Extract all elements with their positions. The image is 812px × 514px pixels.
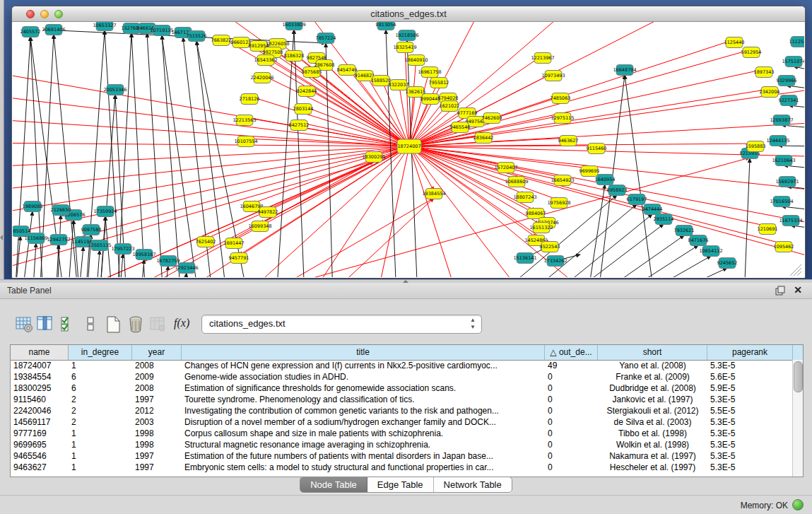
graph-node[interactable]: 17359924 — [93, 206, 117, 217]
table-row[interactable]: 911546021997Tourette syndrome. Phenomeno… — [11, 394, 793, 405]
graph-node[interactable]: 8958923 — [607, 185, 628, 196]
graph-node[interactable]: 1989088 — [23, 201, 43, 212]
table-row[interactable]: 969969511998Structural magnetic resonanc… — [11, 439, 793, 450]
graph-node[interactable]: 8427512 — [289, 120, 310, 131]
table-scrollbar[interactable] — [792, 360, 803, 477]
graph-node[interactable]: 19384554 — [422, 189, 445, 199]
window-titlebar[interactable]: citations_edges.txt — [12, 6, 805, 22]
graph-node[interactable]: 16210643 — [772, 156, 795, 166]
graph-node[interactable]: 7462609 — [482, 113, 502, 124]
graph-node[interactable]: 9465546 — [450, 122, 471, 133]
graph-node[interactable]: 15751074 — [782, 57, 804, 67]
graph-node[interactable]: 19756928 — [547, 198, 570, 209]
graph-node[interactable]: 16099348 — [248, 221, 271, 232]
table-row[interactable]: 977716911998Corpus callosum shape and si… — [11, 428, 793, 439]
scrollbar-thumb[interactable] — [794, 361, 803, 392]
graph-node[interactable]: 12923446 — [175, 263, 198, 274]
graph-node[interactable]: 18724007 — [397, 139, 421, 153]
graph-node[interactable]: 12093877 — [770, 115, 793, 126]
graph-node[interactable]: 7932621 — [674, 226, 695, 236]
table-row[interactable]: 946554611997Estimation of the future num… — [11, 450, 793, 462]
close-panel-icon[interactable]: ✕ — [794, 284, 802, 296]
graph-node[interactable]: 8471676 — [688, 235, 709, 246]
column-header-4[interactable]: △ out_de... — [545, 345, 598, 360]
graph-node[interactable]: 9329966 — [777, 76, 797, 86]
graph-node[interactable]: 4522543 — [540, 242, 560, 252]
graph-node[interactable]: 9115460 — [587, 144, 607, 154]
graph-node[interactable]: 10973493 — [541, 71, 565, 81]
graph-node[interactable]: 1595883 — [746, 141, 766, 152]
row-mode-button[interactable] — [82, 315, 100, 334]
table-row[interactable]: 946362711997Embryonic stem cells: a mode… — [11, 462, 793, 473]
column-header-1[interactable]: in_degree — [69, 345, 132, 360]
graph-node[interactable]: 10688609 — [505, 177, 528, 187]
graph-node[interactable]: 16033809 — [282, 22, 305, 30]
table-row[interactable]: 1456911722003Disruption of a novel membe… — [11, 416, 793, 428]
graph-node[interactable]: 16654923 — [551, 175, 574, 186]
show-column-button[interactable] — [37, 315, 55, 334]
graph-node[interactable]: 1621022 — [440, 101, 460, 112]
graph-node[interactable]: 12942757 — [47, 235, 70, 245]
function-builder-button[interactable]: f(x) — [174, 317, 192, 335]
graph-node[interactable]: 12213967 — [531, 53, 554, 64]
table-select-dropdown[interactable]: citations_edges.txt ▲▼ — [201, 315, 482, 334]
graph-node[interactable]: 12213563 — [233, 115, 256, 126]
graph-node[interactable]: 7485063 — [551, 93, 571, 104]
graph-node[interactable]: 13505135 — [88, 240, 111, 251]
table-settings-button[interactable] — [16, 315, 34, 334]
table-row[interactable]: 1830029562008Estimation of significance … — [11, 382, 793, 394]
graph-node[interactable]: 7955812 — [429, 78, 449, 88]
graph-node[interactable]: 2935114 — [654, 214, 674, 225]
graph-node[interactable]: 9245652 — [717, 258, 738, 269]
graph-node[interactable]: 15720407 — [494, 163, 517, 173]
graph-node[interactable]: 8186328 — [284, 51, 305, 62]
graph-node[interactable]: 9699695 — [579, 166, 600, 177]
table-row[interactable]: 2242004622012Investigating the contribut… — [11, 405, 793, 416]
graph-node[interactable]: 1095462 — [774, 242, 794, 252]
graph-node[interactable]: 18300295 — [362, 152, 385, 163]
graph-node[interactable]: 10107554 — [234, 136, 257, 147]
column-header-5[interactable]: short — [598, 345, 707, 360]
graph-node[interactable]: 20691406 — [42, 25, 65, 35]
delete-table-button[interactable] — [127, 315, 146, 334]
graph-node[interactable]: 20053346 — [103, 85, 126, 95]
graph-node[interactable]: 18640910 — [404, 55, 428, 66]
new-table-button[interactable] — [105, 315, 123, 334]
graph-node[interactable]: 9875685 — [302, 67, 322, 78]
graph-node[interactable]: 15136141 — [513, 253, 536, 264]
tab-network-table[interactable]: Network Table — [434, 477, 512, 492]
column-header-0[interactable]: name — [11, 345, 69, 360]
graph-node[interactable]: 2718126 — [240, 94, 260, 105]
float-panel-button[interactable] — [775, 286, 785, 296]
graph-node[interactable]: 10653327 — [93, 22, 116, 31]
graph-node[interactable]: 11675334 — [779, 216, 802, 226]
network-view-window[interactable]: citations_edges.txt 24055722069140610653… — [11, 6, 806, 279]
graph-node[interactable]: 1691447 — [224, 238, 245, 249]
table-row[interactable]: 1872400712008Changes of HCN gene express… — [11, 360, 793, 371]
graph-node[interactable]: 1640954 — [595, 175, 616, 185]
graph-node[interactable]: 16543362 — [254, 55, 277, 66]
graph-node[interactable]: 19218586 — [395, 30, 418, 41]
graph-node[interactable]: 1125440 — [724, 37, 745, 48]
graph-node[interactable]: 8813054 — [376, 22, 396, 30]
graph-node[interactable]: 7625402 — [196, 237, 216, 247]
graph-node[interactable]: 10958167 — [132, 250, 155, 260]
graph-node[interactable]: 2836442 — [473, 133, 494, 144]
graph-node[interactable]: 7857224 — [316, 33, 336, 44]
graph-node[interactable]: 9474444 — [642, 204, 663, 215]
graph-node[interactable]: 15692971 — [775, 177, 799, 187]
graph-node[interactable]: 10719135 — [150, 25, 173, 36]
window-resize-grip[interactable] — [797, 271, 801, 276]
graph-node[interactable]: 16782759 — [156, 256, 180, 267]
graph-node[interactable]: 2405572 — [20, 27, 41, 37]
graph-node[interactable]: 12975115 — [551, 113, 574, 124]
graph-node[interactable]: 11156869 — [24, 233, 47, 244]
graph-node[interactable]: 6179197 — [627, 194, 647, 205]
import-table-button[interactable] — [149, 315, 167, 334]
tab-node-table[interactable]: Node Table — [300, 477, 367, 492]
graph-node[interactable]: 2803144 — [293, 104, 314, 115]
column-header-6[interactable]: pagerank — [707, 345, 793, 360]
graph-node[interactable]: 2126650 — [51, 205, 71, 216]
graph-node[interactable]: 7663822 — [211, 35, 232, 46]
column-header-3[interactable]: title — [182, 345, 545, 360]
